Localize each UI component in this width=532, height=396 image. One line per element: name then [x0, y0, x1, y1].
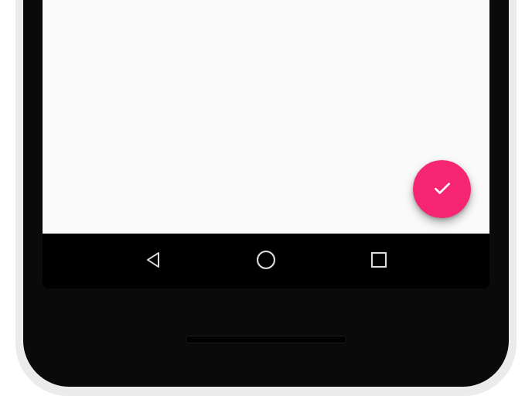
- app-screen: [43, 0, 489, 234]
- home-button[interactable]: [251, 246, 281, 277]
- svg-rect-1: [372, 253, 386, 267]
- check-icon: [432, 178, 452, 201]
- recent-apps-button[interactable]: [363, 246, 394, 277]
- back-button[interactable]: [138, 246, 169, 277]
- back-triangle-icon: [145, 251, 162, 272]
- phone-frame: [23, 0, 509, 387]
- android-nav-bar: [43, 234, 489, 288]
- phone-speaker: [186, 336, 346, 343]
- phone-screen-area: [43, 0, 489, 288]
- confirm-fab-button[interactable]: [413, 160, 471, 218]
- svg-point-0: [257, 251, 275, 268]
- recent-square-icon: [370, 251, 388, 272]
- home-circle-icon: [255, 249, 277, 274]
